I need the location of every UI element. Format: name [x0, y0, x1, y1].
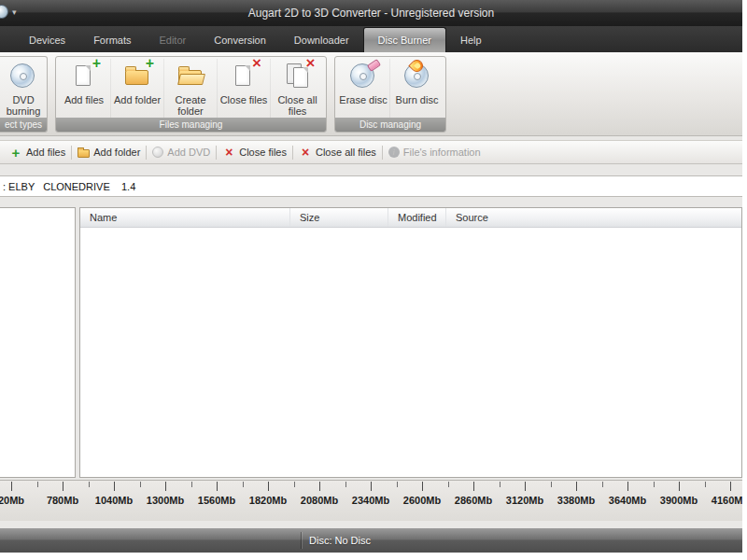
quick-toolbar: +Add filesAdd folderAdd DVD×Close files×… [0, 140, 742, 164]
file-list-panel[interactable]: NameSizeModifiedSource [79, 207, 742, 478]
add-files-icon: + [68, 61, 100, 92]
ruler-tick-major [165, 482, 166, 491]
toolbar-add-dvd: Add DVD [147, 147, 216, 158]
toolbar-add-files[interactable]: +Add files [4, 147, 71, 159]
ruler-tick-major [627, 482, 628, 491]
tab-conversion[interactable]: Conversion [200, 28, 280, 52]
toolbar-item-label: Add folder [93, 147, 140, 158]
ribbon-group-label: Disc managing [335, 118, 445, 132]
ruler-tick-minor [551, 482, 552, 487]
ruler-tick-minor [705, 482, 706, 487]
ribbon-button-burn-disc[interactable]: Burn disc [390, 59, 444, 118]
close-files-icon: × [228, 61, 260, 92]
project-tree-panel[interactable] [0, 207, 76, 478]
window-title: Augart 2D to 3D Converter - Unregistered… [0, 7, 742, 20]
title-bar: ▾ Augart 2D to 3D Converter - Unregister… [0, 0, 742, 26]
ruler-tick-major [525, 482, 526, 491]
ruler-tick-minor [37, 482, 38, 487]
add-folder-icon: + [121, 61, 153, 92]
tab-help[interactable]: Help [446, 28, 496, 52]
ribbon-button-label: Close files [220, 94, 268, 105]
ruler-label: 20Mb [0, 495, 24, 506]
ruler-tick-major [473, 482, 474, 491]
toolbar-item-label: Close files [239, 147, 287, 158]
ribbon-button-close-files[interactable]: ×Close files [218, 59, 271, 118]
status-separator [301, 532, 302, 549]
ribbon-group-label: Files managing [56, 118, 326, 132]
ribbon-group-project-types: DVD burningect types [0, 56, 48, 133]
ribbon-button-create-folder[interactable]: Create folder [164, 59, 218, 118]
ruler-label: 2860Mb [455, 495, 492, 506]
erase-disc-icon [347, 61, 379, 92]
ribbon-button-label: Burn disc [396, 94, 439, 105]
tab-downloader[interactable]: Downloader [280, 28, 363, 52]
ribbon-button-label: Erase disc [339, 94, 387, 105]
ribbon-button-label: Add files [64, 94, 104, 105]
ruler-tick-minor [294, 482, 295, 487]
toolbar-item-label: File's information [403, 147, 481, 158]
ruler-tick-major [63, 482, 63, 491]
tab-formats[interactable]: Formats [79, 28, 145, 52]
ruler-tick-major [217, 482, 218, 491]
toolbar-close-files[interactable]: ×Close files [217, 147, 292, 159]
ruler-tick-minor [397, 482, 398, 487]
column-header-name[interactable]: Name [80, 208, 290, 227]
ribbon-button-label: Add folder [114, 94, 161, 105]
close-icon: × [299, 147, 312, 159]
ribbon-button-add-files[interactable]: +Add files [58, 59, 111, 118]
ruler-label: 3900Mb [660, 495, 698, 506]
ruler-tick-major [576, 482, 577, 491]
column-header-source[interactable]: Source [446, 208, 741, 227]
ruler-label: 1300Mb [147, 495, 184, 506]
ruler-label: 1820Mb [249, 495, 287, 506]
dvd-burning-icon [7, 61, 39, 92]
file-list-header: NameSizeModifiedSource [80, 208, 741, 228]
toolbar-add-folder[interactable]: Add folder [72, 147, 146, 158]
ruler-label: 2340Mb [352, 495, 389, 506]
toolbar-item-label: Add files [26, 147, 65, 158]
ruler-tick-minor [500, 482, 500, 487]
create-folder-icon [175, 61, 206, 92]
ruler-label: 780Mb [47, 495, 78, 506]
ruler-tick-major [422, 482, 423, 491]
toolbar-item-label: Close all files [316, 147, 376, 158]
ruler-label: 1560Mb [198, 495, 235, 506]
ruler-tick-minor [345, 482, 346, 487]
drive-selector[interactable]: : ELBY CLONEDRIVE 1.4 [0, 175, 742, 197]
ruler-label: 1040Mb [95, 495, 133, 506]
ribbon-button-add-folder[interactable]: +Add folder [111, 59, 164, 118]
tab-editor: Editor [145, 28, 200, 52]
ribbon-button-erase-disc[interactable]: Erase disc [337, 59, 390, 118]
ruler-tick-minor [448, 482, 449, 487]
ruler-tick-minor [654, 482, 655, 487]
burn-disc-icon [402, 61, 433, 92]
ruler-label: 3640Mb [609, 495, 646, 506]
ribbon-button-close-all-files[interactable]: ×Close all files [271, 59, 324, 118]
ribbon-button-label: DVD burning [2, 94, 45, 117]
column-header-size[interactable]: Size [290, 208, 388, 227]
ruler-tick-major [319, 482, 320, 491]
ribbon: DVD burningect types+Add files+Add folde… [0, 52, 742, 136]
plus-icon: + [9, 147, 22, 159]
tab-devices[interactable]: Devices [15, 28, 79, 52]
ruler-tick-minor [602, 482, 603, 487]
ruler-tick-major [114, 482, 115, 491]
ribbon-button-label: Create folder [164, 94, 217, 117]
ribbon-button-dvd-burning[interactable]: DVD burning [2, 59, 45, 118]
ruler-tick-major [371, 482, 372, 491]
ribbon-button-label: Close all files [271, 94, 324, 117]
toolbar-item-label: Add DVD [167, 147, 210, 158]
ribbon-group-label: ect types [0, 118, 47, 132]
toolbar-close-all-files[interactable]: ×Close all files [293, 147, 382, 159]
disc-icon [152, 147, 163, 158]
ruler-tick-major [679, 482, 680, 491]
tab-disc-burner[interactable]: Disc Burner [363, 27, 446, 52]
capacity-ruler: 20Mb780Mb1040Mb1300Mb1560Mb1820Mb2080Mb2… [0, 480, 742, 521]
ruler-label: 4160Mb [712, 495, 742, 506]
ruler-tick-minor [140, 482, 141, 487]
status-bar: Disc: No Disc [0, 528, 742, 553]
ruler-tick-major [730, 482, 731, 491]
ribbon-group-files-managing: +Add files+Add folderCreate folder×Close… [55, 56, 327, 133]
ruler-label: 2080Mb [301, 495, 338, 506]
column-header-modified[interactable]: Modified [388, 208, 446, 227]
